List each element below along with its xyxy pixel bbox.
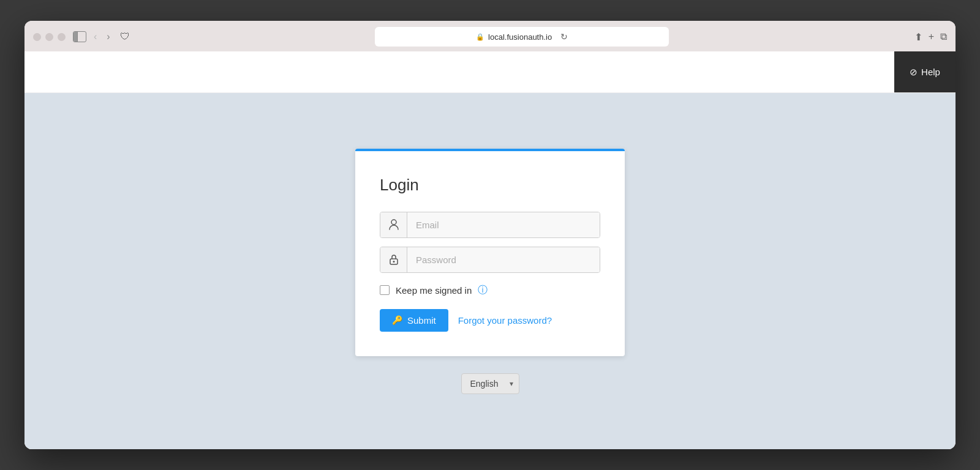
shield-icon: 🛡 <box>120 31 130 42</box>
svg-point-0 <box>391 220 396 225</box>
browser-controls: ‹ › <box>73 30 113 43</box>
keep-signed-in-checkbox[interactable] <box>380 285 390 295</box>
svg-point-2 <box>393 261 394 263</box>
key-icon: 🔑 <box>392 315 402 325</box>
submit-button[interactable]: 🔑 Submit <box>380 309 448 332</box>
language-select[interactable]: English French Spanish German <box>461 373 519 394</box>
login-card: Login <box>355 149 625 356</box>
refresh-icon[interactable]: ↻ <box>560 32 568 42</box>
login-title: Login <box>380 176 600 195</box>
language-select-wrapper: English French Spanish German <box>461 373 519 394</box>
browser-content: ⊘ Help Login <box>24 51 956 449</box>
top-bar: ⊘ Help <box>24 51 956 93</box>
password-input-group <box>380 247 600 273</box>
url-text: local.fusionauth.io <box>488 32 552 42</box>
keep-signed-in-label: Keep me signed in <box>396 285 472 296</box>
browser-window: ‹ › 🛡 🔒 local.fusionauth.io ↻ ⬆ + ⧉ ⊘ He… <box>24 21 956 449</box>
help-button[interactable]: ⊘ Help <box>894 51 956 92</box>
language-selector: English French Spanish German <box>461 373 519 394</box>
address-bar[interactable]: 🔒 local.fusionauth.io ↻ <box>375 27 669 47</box>
lock-icon: 🔒 <box>476 33 484 41</box>
password-lock-icon <box>380 247 407 272</box>
user-icon <box>380 212 407 237</box>
submit-label: Submit <box>407 315 436 326</box>
tabs-icon[interactable]: ⧉ <box>940 31 947 42</box>
share-icon[interactable]: ⬆ <box>914 31 922 43</box>
keep-signed-in-row: Keep me signed in ⓘ <box>380 284 600 297</box>
browser-actions: ⬆ + ⧉ <box>914 31 947 43</box>
traffic-light-minimize[interactable] <box>45 33 53 41</box>
browser-chrome: ‹ › 🛡 🔒 local.fusionauth.io ↻ ⬆ + ⧉ <box>24 21 956 51</box>
help-circle-icon: ⊘ <box>910 67 918 78</box>
address-bar-container: 🔒 local.fusionauth.io ↻ <box>137 27 907 47</box>
back-button[interactable]: ‹ <box>91 30 99 43</box>
traffic-light-maximize[interactable] <box>58 33 66 41</box>
forward-button[interactable]: › <box>104 30 112 43</box>
new-tab-icon[interactable]: + <box>929 31 934 42</box>
email-input-group <box>380 212 600 238</box>
action-row: 🔑 Submit Forgot your password? <box>380 309 600 332</box>
password-field[interactable] <box>407 247 600 272</box>
main-content: Login <box>24 93 956 449</box>
traffic-light-close[interactable] <box>33 33 41 41</box>
sidebar-toggle[interactable] <box>73 31 86 42</box>
info-icon[interactable]: ⓘ <box>478 284 488 297</box>
traffic-lights <box>33 33 66 41</box>
help-label: Help <box>921 67 940 77</box>
forgot-password-link[interactable]: Forgot your password? <box>458 315 552 326</box>
email-field[interactable] <box>407 212 600 237</box>
